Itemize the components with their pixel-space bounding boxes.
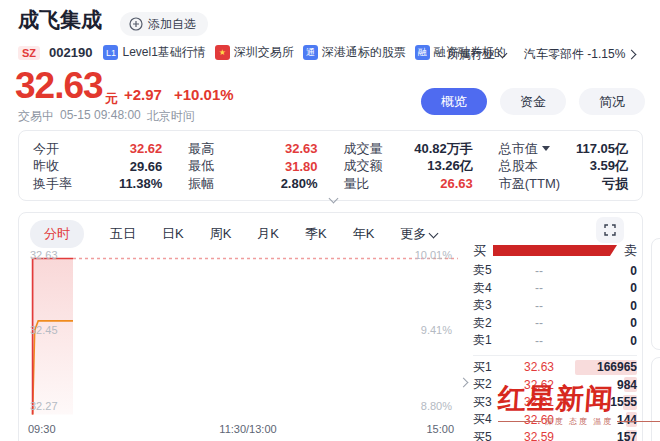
tab-funds[interactable]: 资金: [500, 88, 566, 115]
ask-volume: 0: [573, 334, 637, 348]
ask-volume: 0: [573, 299, 637, 313]
stat-label: 昨收: [33, 157, 59, 175]
tab-more[interactable]: 更多: [400, 225, 437, 243]
y-tick-pct-bottom: 8.80%: [421, 400, 452, 412]
tab-profile[interactable]: 简况: [579, 88, 645, 115]
bid-level: 买3: [473, 394, 505, 411]
stat-value: 26.63: [440, 176, 473, 191]
stats-col-4: 总市值117.05亿 总股本3.59亿 市盈(TTM)亏损: [499, 140, 628, 193]
minute-chart[interactable]: [28, 257, 462, 417]
order-book: 买 卖 卖5--0 卖4--0 卖3--0 卖2--0 卖1--0 买132.6…: [473, 243, 637, 441]
ask-row[interactable]: 卖4--0: [473, 280, 637, 298]
bid-price: 32.62: [505, 378, 573, 392]
stats-col-1: 今开32.62 昨收29.66 换手率11.38%: [33, 140, 162, 193]
trading-status-row: 交易中 05-15 09:48:00 北京时间: [18, 108, 195, 125]
bid-volume: 1555: [573, 395, 637, 409]
x-tick-close: 15:00: [426, 423, 454, 435]
price-change-pct: +10.01%: [174, 86, 234, 103]
quote-time: 05-15 09:48:00: [60, 108, 141, 125]
ask-level: 卖2: [473, 315, 505, 332]
industry-link[interactable]: 汽车零部件 -1.15%: [524, 46, 635, 63]
bid-price: 32.63: [505, 360, 573, 374]
x-tick-open: 09:30: [28, 423, 56, 435]
stat-value: 亏损: [602, 175, 628, 193]
bid-volume: 157: [573, 430, 637, 441]
order-book-header: 买 卖: [473, 243, 637, 258]
tag-label: 深圳交易所: [234, 44, 294, 61]
price-unit: 元: [105, 90, 118, 108]
buy-label: 买: [473, 242, 486, 260]
tab-yearly-k[interactable]: 年K: [353, 225, 375, 243]
bid-price: 32.59: [505, 430, 573, 441]
chevron-down-icon: [429, 228, 439, 238]
ask-row[interactable]: 卖5--0: [473, 262, 637, 280]
stat-value: 32.63: [285, 141, 318, 156]
last-price: 32.63: [15, 66, 103, 106]
bid-row[interactable]: 买232.62984: [473, 376, 637, 394]
tab-overview[interactable]: 概览: [421, 88, 487, 115]
add-watchlist-button[interactable]: 添加自选: [120, 12, 208, 36]
bid-volume: 984: [573, 378, 637, 392]
ask-volume: 0: [573, 316, 637, 330]
ask-row[interactable]: 卖2--0: [473, 315, 637, 333]
stock-quote-page: 成飞集成 添加自选 SZ 002190 L1 Level1基础行情 ★ 深圳交易…: [0, 0, 660, 441]
stock-tags-row: SZ 002190 L1 Level1基础行情 ★ 深圳交易所 通 深港通标的股…: [18, 44, 506, 61]
tab-quarterly-k[interactable]: 季K: [305, 225, 327, 243]
shenzhen-exchange-icon: ★: [215, 45, 230, 60]
market-cap-caret-icon[interactable]: [542, 146, 550, 151]
ask-row[interactable]: 卖3--0: [473, 297, 637, 315]
tab-monthly-k[interactable]: 月K: [257, 225, 279, 243]
more-label: 更多: [400, 225, 426, 243]
right-panel-edge-top: [651, 238, 660, 350]
stat-value: 11.38%: [119, 176, 162, 191]
price-change-row: +2.97 +10.01%: [124, 86, 234, 103]
tag-label: 深港通标的股票: [322, 44, 406, 61]
ask-rows: 卖5--0 卖4--0 卖3--0 卖2--0 卖1--0: [473, 262, 637, 350]
ask-price: --: [505, 299, 573, 313]
bid-level: 买5: [473, 429, 505, 441]
view-tabs: 概览 资金 简况: [421, 88, 645, 115]
chart-period-tabs: 分时 五日 日K 周K 月K 季K 年K 更多: [30, 220, 437, 248]
bid-row[interactable]: 买532.59157: [473, 429, 637, 441]
stat-value: 2.80%: [281, 176, 318, 191]
stat-label: 成交量: [344, 140, 383, 158]
industry-row: 所属行业 汽车零部件 -1.15%: [447, 46, 635, 63]
chevron-right-icon: [627, 50, 637, 60]
y-tick-pct-mid: 9.41%: [421, 324, 452, 336]
industry-link-label: 汽车零部件 -1.15%: [524, 46, 625, 63]
bid-row[interactable]: 买332.611555: [473, 394, 637, 412]
tab-daily-k[interactable]: 日K: [162, 225, 184, 243]
tab-weekly-k[interactable]: 周K: [210, 225, 232, 243]
ask-price: --: [505, 264, 573, 278]
y-tick-price-mid: 32.45: [30, 324, 58, 336]
stat-value: 117.05亿: [576, 140, 628, 158]
bid-row[interactable]: 买132.63166965: [473, 359, 637, 377]
ask-level: 卖4: [473, 280, 505, 297]
tab-minute[interactable]: 分时: [30, 220, 84, 248]
stat-value: 31.80: [285, 159, 318, 174]
bid-volume: 166965: [573, 360, 637, 374]
sell-label: 卖: [624, 242, 637, 260]
stats-col-2: 最高32.63 最低31.80 振幅2.80%: [188, 140, 317, 193]
timezone-label: 北京时间: [147, 108, 195, 125]
ask-level: 卖3: [473, 297, 505, 314]
stat-label: 换手率: [33, 175, 72, 193]
fullscreen-button[interactable]: [596, 217, 624, 243]
level1-icon: L1: [103, 45, 118, 60]
stat-label: 成交额: [344, 157, 383, 175]
tag-label: Level1基础行情: [122, 44, 205, 61]
bid-row[interactable]: 买432.60144: [473, 411, 637, 429]
chevron-down-icon: [498, 49, 508, 59]
bid-level: 买2: [473, 376, 505, 393]
ask-level: 卖5: [473, 262, 505, 279]
stat-label: 振幅: [188, 175, 214, 193]
trading-status: 交易中: [18, 108, 54, 125]
industry-selector[interactable]: 所属行业: [447, 46, 506, 63]
stat-label: 总股本: [499, 157, 538, 175]
ask-row[interactable]: 卖1--0: [473, 332, 637, 350]
ask-volume: 0: [573, 264, 637, 278]
fullscreen-icon: [604, 224, 616, 236]
tab-5day[interactable]: 五日: [110, 225, 136, 243]
bid-volume: 144: [573, 413, 637, 427]
hk-connect-icon: 通: [303, 45, 318, 60]
